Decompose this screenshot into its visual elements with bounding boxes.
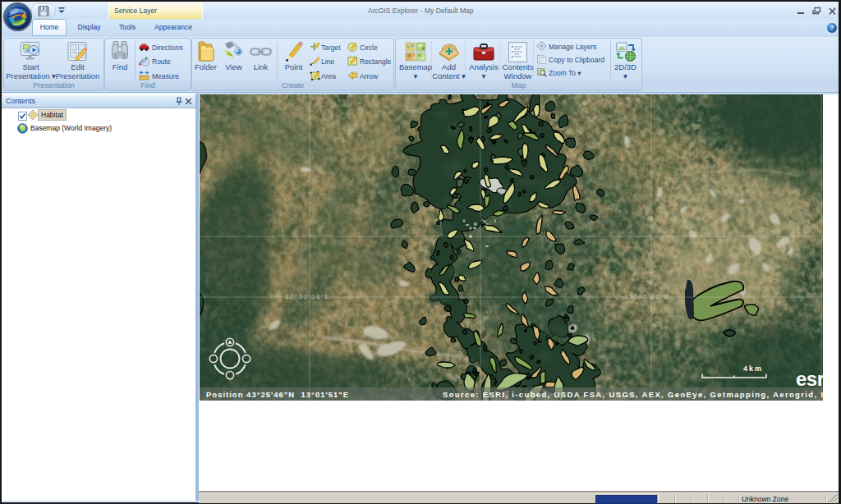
svg-text:13°00'30"E: 13°00'30"E bbox=[624, 293, 670, 300]
svg-text:12°52'30"E: 12°52'30"E bbox=[285, 293, 331, 300]
svg-text:4km: 4km bbox=[743, 364, 763, 373]
svg-text:Source: ESRI, i-cubed, USDA FS: Source: ESRI, i-cubed, USDA FSA, USGS, A… bbox=[443, 390, 823, 399]
svg-text:esri: esri bbox=[796, 368, 823, 390]
svg-text:Position 43°25'46"N 13°01'51": Position 43°25'46"N 13°01'51"E bbox=[206, 390, 349, 399]
